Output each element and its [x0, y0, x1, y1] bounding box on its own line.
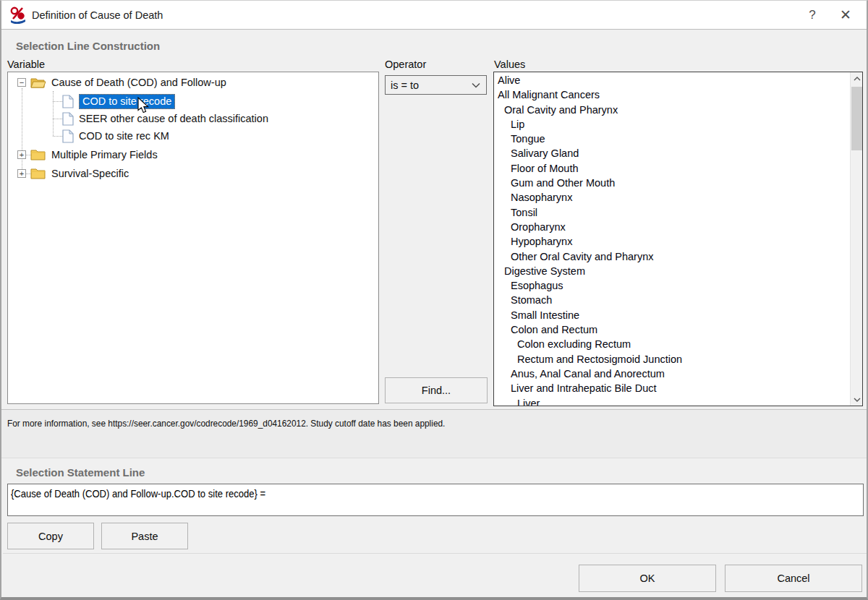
tree-connector [53, 91, 54, 136]
values-list-items: Alive All Malignant Cancers Oral Cavity … [494, 73, 850, 406]
cancel-button[interactable]: Cancel [725, 565, 862, 592]
seerstat-app-icon [10, 7, 26, 24]
values-label: Values [494, 59, 525, 70]
values-scrollbar[interactable] [850, 72, 862, 406]
chevron-down-icon [854, 398, 861, 402]
list-item[interactable]: Anus, Anal Canal and Anorectum [494, 367, 850, 381]
list-item[interactable]: Hypopharynx [494, 234, 850, 249]
selected-tree-item-label[interactable]: COD to site recode [79, 94, 175, 109]
tree-item-multiple-primary-fields[interactable]: + Multiple Primary Fields [17, 147, 158, 163]
list-item[interactable]: Other Oral Cavity and Pharynx [494, 249, 850, 264]
scrollbar-thumb[interactable] [851, 87, 862, 150]
document-icon [62, 112, 74, 126]
collapse-icon[interactable]: − [17, 78, 26, 87]
operator-select[interactable]: is = to [385, 75, 487, 95]
document-icon [62, 95, 74, 108]
operator-selected-value: is = to [391, 80, 419, 91]
chevron-down-icon [472, 82, 480, 88]
tree-connector [53, 136, 62, 137]
list-item[interactable]: Oral Cavity and Pharynx [494, 103, 850, 117]
title-bar: Definition of Cause of Death ? ✕ [1, 1, 867, 30]
tree-item-cod-to-site-rec-km[interactable]: COD to site rec KM [62, 128, 169, 144]
list-item[interactable]: Digestive System [494, 264, 850, 278]
list-item[interactable]: Liver and Intrahepatic Bile Duct [494, 381, 850, 395]
tree-item-cod-followup[interactable]: − Cause of Death (COD) and Follow-up [17, 74, 226, 90]
list-item[interactable]: Esophagus [494, 278, 850, 293]
closed-folder-icon [30, 148, 46, 161]
list-item[interactable]: Liver [494, 396, 850, 406]
tree-item-seer-other-cause[interactable]: SEER other cause of death classification [62, 111, 268, 127]
document-icon [62, 129, 74, 143]
list-item[interactable]: Rectum and Rectosigmoid Junction [494, 352, 850, 367]
tree-item-label: SEER other cause of death classification [79, 113, 268, 124]
list-item[interactable]: Oropharynx [494, 220, 850, 234]
expand-icon[interactable]: + [17, 150, 26, 159]
operator-label: Operator [385, 59, 426, 70]
list-item[interactable]: Floor of Mouth [494, 161, 850, 176]
list-item[interactable]: Lip [494, 117, 850, 132]
window-title: Definition of Cause of Death [32, 9, 163, 21]
chevron-up-icon [854, 77, 861, 81]
variable-tree: − Cause of Death (COD) and Follow-up COD… [7, 72, 379, 404]
list-item[interactable]: Tongue [494, 132, 850, 146]
help-button[interactable]: ? [796, 1, 829, 30]
definition-of-cause-of-death-dialog: Definition of Cause of Death ? ✕ Selecti… [0, 0, 868, 600]
list-item[interactable]: Colon excluding Rectum [494, 337, 850, 351]
close-button[interactable]: ✕ [829, 1, 862, 30]
tree-item-cod-to-site-recode[interactable]: COD to site recode [62, 93, 175, 109]
ok-button[interactable]: OK [579, 565, 716, 592]
open-folder-icon [30, 76, 46, 89]
closed-folder-icon [30, 167, 46, 180]
list-item[interactable]: Stomach [494, 293, 850, 307]
tree-item-label: Survival-Specific [51, 168, 129, 179]
footer-divider [3, 553, 868, 554]
list-item[interactable]: Colon and Rectum [494, 322, 850, 337]
selection-line-construction-heading: Selection Line Construction [16, 40, 160, 52]
tree-connector [53, 101, 62, 102]
list-item[interactable]: Nasopharynx [494, 190, 850, 205]
scroll-down-button[interactable] [851, 393, 863, 406]
tree-item-label: Multiple Primary Fields [51, 149, 158, 160]
selection-statement-field[interactable]: {Cause of Death (COD) and Follow-up.COD … [7, 484, 864, 516]
info-bar: For more information, see https://seer.c… [1, 409, 867, 458]
find-button[interactable]: Find... [385, 377, 488, 403]
selection-statement-value: {Cause of Death (COD) and Follow-up.COD … [11, 488, 265, 500]
tree-item-survival-specific[interactable]: + Survival-Specific [17, 166, 129, 181]
list-item[interactable]: Alive [494, 73, 850, 87]
scroll-up-button[interactable] [851, 72, 863, 85]
selection-statement-line-heading: Selection Statement Line [16, 466, 145, 479]
tree-item-label: COD to site rec KM [79, 130, 169, 142]
values-list[interactable]: Alive All Malignant Cancers Oral Cavity … [493, 72, 863, 406]
paste-button[interactable]: Paste [101, 523, 188, 549]
tree-item-label: Cause of Death (COD) and Follow-up [51, 77, 226, 88]
list-item[interactable]: All Malignant Cancers [494, 87, 850, 102]
tree-connector [53, 119, 62, 119]
variable-label: Variable [7, 59, 45, 70]
list-item[interactable]: Tonsil [494, 205, 850, 220]
list-item[interactable]: Small Intestine [494, 308, 850, 322]
copy-button[interactable]: Copy [7, 523, 94, 549]
list-item[interactable]: Gum and Other Mouth [494, 176, 850, 190]
expand-icon[interactable]: + [17, 169, 26, 178]
info-text: For more information, see https://seer.c… [7, 418, 445, 429]
list-item[interactable]: Salivary Gland [494, 146, 850, 160]
